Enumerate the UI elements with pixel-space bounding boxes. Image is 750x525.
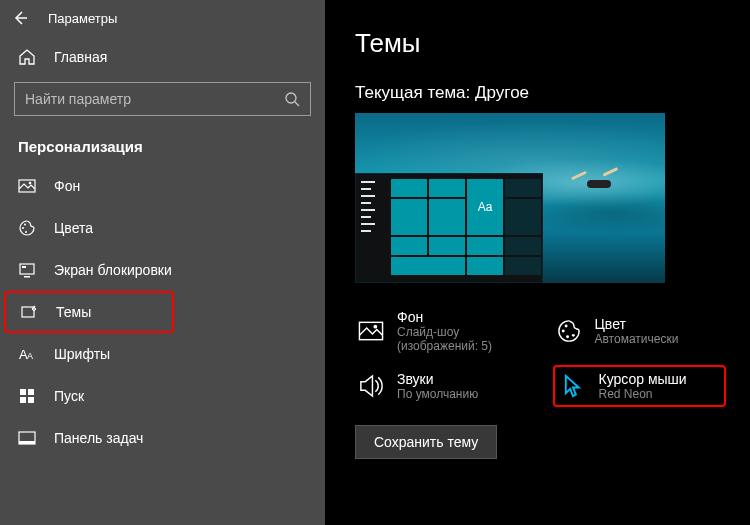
section-title: Персонализация — [0, 124, 325, 165]
start-icon — [18, 387, 36, 405]
app-title: Параметры — [48, 11, 117, 26]
sidebar-item-label: Панель задач — [54, 430, 143, 446]
page-title: Темы — [355, 28, 726, 59]
setting-sounds[interactable]: Звуки По умолчанию — [355, 365, 529, 407]
svg-rect-13 — [28, 389, 34, 395]
preview-mini-tiles: Aa — [391, 179, 537, 277]
search-box[interactable] — [14, 82, 311, 116]
home-icon — [18, 48, 36, 66]
preview-mini-window: Aa — [355, 173, 543, 283]
nav-list: Фон Цвета Экран блокировки Темы AA Шрифт… — [0, 165, 325, 459]
arrow-left-icon — [12, 10, 28, 26]
current-theme-label: Текущая тема: Другое — [355, 83, 726, 103]
sidebar-item-label: Цвета — [54, 220, 93, 236]
setting-title: Звуки — [397, 371, 478, 387]
setting-color[interactable]: Цвет Автоматически — [553, 305, 727, 357]
picture-icon — [18, 177, 36, 195]
lockscreen-icon — [18, 261, 36, 279]
preview-figure — [563, 168, 625, 200]
svg-rect-6 — [20, 264, 34, 274]
svg-point-23 — [571, 334, 574, 337]
picture-icon — [357, 317, 385, 345]
sidebar-item-start[interactable]: Пуск — [0, 375, 325, 417]
setting-subtitle: Red Neon — [599, 387, 687, 401]
svg-rect-14 — [20, 397, 26, 403]
sidebar-home[interactable]: Главная — [0, 36, 325, 78]
sidebar-item-label: Фон — [54, 178, 80, 194]
content-area: Темы Текущая тема: Другое Aa Фон — [325, 0, 750, 525]
sidebar-home-label: Главная — [54, 49, 107, 65]
svg-point-2 — [29, 182, 32, 185]
themes-icon — [20, 303, 38, 321]
palette-icon — [18, 219, 36, 237]
settings-sidebar: Параметры Главная Персонализация Фон Цве… — [0, 0, 325, 525]
sidebar-item-label: Темы — [56, 304, 91, 320]
svg-rect-8 — [22, 266, 26, 268]
sidebar-item-fonts[interactable]: AA Шрифты — [0, 333, 325, 375]
setting-title: Фон — [397, 309, 527, 325]
sidebar-item-themes[interactable]: Темы — [4, 291, 174, 333]
current-theme-name: Другое — [475, 83, 529, 102]
svg-point-20 — [561, 330, 564, 333]
titlebar: Параметры — [0, 0, 325, 36]
palette-icon — [555, 317, 583, 345]
fonts-icon: AA — [18, 345, 36, 363]
sidebar-item-colors[interactable]: Цвета — [0, 207, 325, 249]
speaker-icon — [357, 372, 385, 400]
setting-cursor[interactable]: Курсор мыши Red Neon — [553, 365, 727, 407]
svg-point-22 — [566, 335, 569, 338]
search-input[interactable] — [25, 91, 245, 107]
save-theme-button[interactable]: Сохранить тему — [355, 425, 497, 459]
setting-subtitle: По умолчанию — [397, 387, 478, 401]
current-theme-prefix: Текущая тема: — [355, 83, 470, 102]
taskbar-icon — [18, 429, 36, 447]
svg-rect-17 — [19, 441, 35, 444]
sidebar-item-taskbar[interactable]: Панель задач — [0, 417, 325, 459]
svg-text:A: A — [27, 351, 33, 361]
sidebar-item-background[interactable]: Фон — [0, 165, 325, 207]
svg-point-21 — [564, 325, 567, 328]
svg-rect-15 — [28, 397, 34, 403]
preview-mini-sidebar — [361, 181, 381, 232]
setting-subtitle: Автоматически — [595, 332, 679, 346]
svg-point-5 — [25, 231, 27, 233]
svg-point-3 — [22, 227, 24, 229]
setting-title: Курсор мыши — [599, 371, 687, 387]
preview-aa-tile: Aa — [467, 179, 503, 235]
sidebar-item-label: Пуск — [54, 388, 84, 404]
setting-title: Цвет — [595, 316, 679, 332]
search-icon — [284, 91, 300, 107]
setting-background[interactable]: Фон Слайд-шоу (изображений: 5) — [355, 305, 529, 357]
sidebar-item-lockscreen[interactable]: Экран блокировки — [0, 249, 325, 291]
svg-point-19 — [373, 325, 377, 329]
sidebar-item-label: Шрифты — [54, 346, 110, 362]
search-container — [0, 78, 325, 124]
theme-preview[interactable]: Aa — [355, 113, 665, 283]
svg-rect-12 — [20, 389, 26, 395]
sidebar-item-label: Экран блокировки — [54, 262, 172, 278]
svg-rect-7 — [24, 276, 30, 278]
back-button[interactable] — [10, 8, 30, 28]
svg-point-4 — [24, 224, 26, 226]
cursor-icon — [559, 372, 587, 400]
setting-subtitle: Слайд-шоу (изображений: 5) — [397, 325, 527, 353]
theme-settings-grid: Фон Слайд-шоу (изображений: 5) Цвет Авто… — [355, 305, 726, 407]
svg-point-0 — [286, 93, 296, 103]
